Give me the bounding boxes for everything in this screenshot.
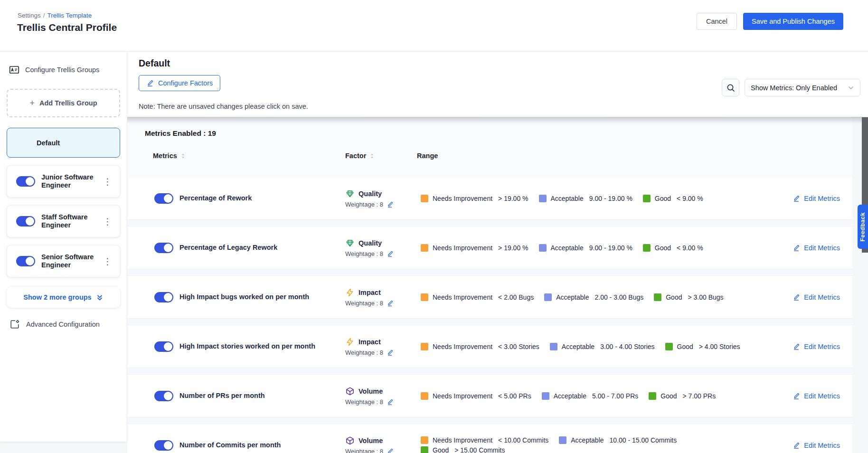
group-toggle[interactable] (16, 256, 35, 266)
show-metrics-filter-dropdown[interactable]: Show Metrics: Only Enabled (745, 79, 860, 96)
range-value: < 5.00 PRs (498, 392, 531, 400)
metric-toggle[interactable] (154, 243, 173, 253)
sidebar-item-default[interactable]: Default (7, 128, 120, 158)
edit-metrics-label: Edit Metrics (804, 343, 840, 350)
edit-metrics-link[interactable]: Edit Metrics (773, 343, 852, 350)
plus-icon: + (29, 98, 35, 108)
kebab-menu-icon[interactable]: ⋮ (100, 175, 115, 188)
factor-name: Impact (359, 338, 381, 346)
range-color-swatch (649, 392, 656, 400)
show-more-groups-button[interactable]: Show 2 more groups (7, 287, 120, 308)
add-trellis-group-button[interactable]: + Add Trellis Group (7, 89, 120, 117)
factor-badge: Impact (345, 288, 417, 297)
row-separator (127, 368, 852, 375)
selected-group-title: Default (139, 52, 868, 69)
group-toggle[interactable] (16, 176, 35, 187)
range-color-swatch (665, 343, 673, 350)
group-label: Junior Software Engineer (41, 173, 94, 189)
feedback-tab[interactable]: Feedback (858, 205, 868, 249)
pencil-icon (793, 392, 800, 400)
metric-toggle[interactable] (154, 193, 173, 204)
kebab-menu-icon[interactable]: ⋮ (100, 255, 115, 268)
range-color-swatch (421, 392, 428, 400)
sidebar-item-staff-software-engineer[interactable]: Staff Software Engineer ⋮ (7, 205, 120, 237)
weightage: Weightage : 8 (345, 300, 417, 307)
edit-metrics-label: Edit Metrics (804, 244, 840, 252)
table-row: Percentage of Legacy Rework Quality Weig… (127, 226, 852, 269)
breadcrumb-settings[interactable]: Settings (18, 12, 41, 19)
metric-toggle[interactable] (154, 391, 173, 401)
edit-metrics-link[interactable]: Edit Metrics (773, 293, 852, 301)
edit-weightage-pencil-icon[interactable] (387, 300, 394, 307)
double-chevron-down-icon (96, 293, 104, 301)
range-chip: Acceptable3.00 - 4.00 Stories (550, 343, 655, 350)
chevron-down-icon (848, 85, 854, 91)
column-header-factor[interactable]: Factor (345, 152, 417, 160)
edit-metrics-label: Edit Metrics (804, 442, 840, 449)
advanced-configuration-label: Advanced Configuration (26, 321, 100, 328)
range-value: < 2.00 Bugs (498, 293, 534, 301)
range-label: Good (433, 446, 449, 453)
feedback-label: Feedback (859, 212, 866, 242)
factor-badge: Quality (345, 189, 417, 198)
edit-weightage-pencil-icon[interactable] (387, 448, 394, 453)
main: Default Configure Factors Note: There ar… (127, 52, 868, 453)
breadcrumb-trellis-template[interactable]: Trellis Template (47, 12, 92, 19)
sort-arrows-icon[interactable] (369, 153, 375, 159)
edit-metrics-link[interactable]: Edit Metrics (773, 392, 852, 400)
advanced-configuration-link[interactable]: Advanced Configuration (7, 319, 120, 330)
edit-metrics-link[interactable]: Edit Metrics (773, 244, 852, 252)
range-cell: Needs Improvement> 19.00 %Acceptable9.00… (417, 244, 773, 252)
edit-weightage-pencil-icon[interactable] (387, 349, 394, 356)
range-color-swatch (539, 195, 547, 202)
kebab-menu-icon[interactable]: ⋮ (100, 215, 115, 228)
metric-toggle[interactable] (154, 292, 173, 302)
row-separator (127, 269, 852, 276)
range-value: 3.00 - 4.00 Stories (600, 343, 654, 350)
sort-arrows-icon[interactable] (180, 153, 186, 159)
sidebar-item-senior-software-engineer[interactable]: Senior Software Engineer ⋮ (7, 245, 120, 277)
metric-toggle[interactable] (154, 341, 173, 352)
range-chip: Good< 9.00 % (643, 244, 703, 252)
configure-factors-button[interactable]: Configure Factors (139, 75, 220, 91)
header-actions: Cancel Save and Publish Changes (697, 13, 843, 30)
range-color-swatch (643, 195, 651, 202)
metric-name: Number of Commits per month (179, 441, 288, 449)
metric-name: High Impact stories worked on per month (179, 342, 323, 350)
edit-weightage-pencil-icon[interactable] (387, 201, 394, 208)
range-cell: Needs Improvement< 5.00 PRsAcceptable5.0… (417, 392, 773, 400)
range-chip: Acceptable2.00 - 3.00 Bugs (544, 293, 643, 301)
range-value: > 15.00 Commits (454, 446, 505, 453)
column-header-metrics[interactable]: Metrics (153, 152, 345, 160)
default-group-label: Default (37, 139, 60, 147)
group-label: Senior Software Engineer (41, 253, 94, 269)
table-row: Number of PRs per month Volume Weightage… (127, 375, 852, 417)
factor-badge: Impact (345, 337, 417, 347)
main-toolbar: Default Configure Factors Note: There ar… (127, 52, 868, 117)
range-cell: Needs Improvement< 2.00 BugsAcceptable2.… (417, 293, 773, 301)
weightage-text: Weightage : 8 (345, 398, 383, 406)
content: Configure Trellis Groups + Add Trellis G… (0, 52, 868, 453)
edit-weightage-pencil-icon[interactable] (387, 398, 394, 406)
factor-name: Volume (359, 387, 383, 395)
show-metrics-filter-value: Show Metrics: Only Enabled (751, 84, 837, 92)
edit-weightage-pencil-icon[interactable] (387, 250, 394, 257)
save-and-publish-button[interactable]: Save and Publish Changes (743, 13, 843, 30)
edit-metrics-link[interactable]: Edit Metrics (773, 195, 852, 202)
group-label: Staff Software Engineer (41, 213, 94, 229)
range-label: Acceptable (562, 343, 594, 350)
range-color-swatch (542, 392, 549, 400)
sidebar-item-junior-software-engineer[interactable]: Junior Software Engineer ⋮ (7, 165, 120, 198)
impact-bolt-icon (345, 337, 355, 347)
metric-toggle[interactable] (154, 440, 173, 451)
edit-metrics-link[interactable]: Edit Metrics (773, 442, 852, 449)
add-trellis-group-label: Add Trellis Group (39, 99, 97, 107)
range-label: Acceptable (571, 436, 604, 444)
cancel-button[interactable]: Cancel (697, 13, 737, 30)
toggle-knob (164, 244, 172, 252)
factor-name: Quality (359, 190, 382, 198)
search-button[interactable] (722, 79, 739, 96)
metric-name: Percentage of Legacy Rework (179, 244, 285, 252)
weightage: Weightage : 8 (345, 201, 417, 208)
group-toggle[interactable] (16, 216, 35, 226)
